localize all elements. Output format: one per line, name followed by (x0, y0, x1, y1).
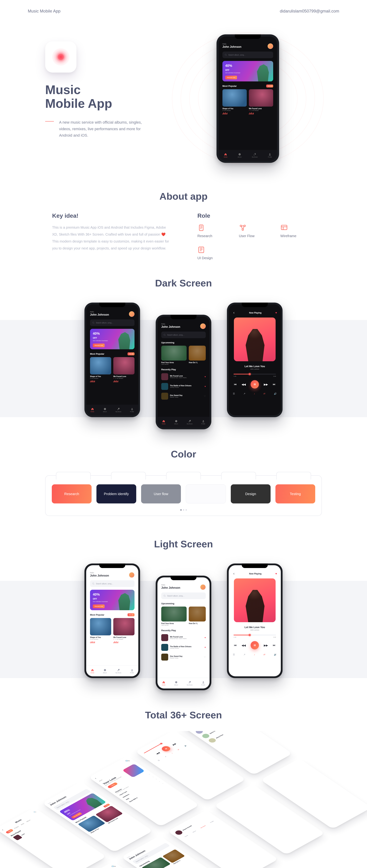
shuffle-icon[interactable]: ⇄ (263, 653, 265, 656)
queue-icon[interactable]: ☰ (233, 653, 235, 656)
promo-banner[interactable]: 40%OFF Get Unlimited Download Discover n… (90, 329, 135, 349)
play-pause-button[interactable] (160, 745, 172, 752)
promo-cta[interactable]: Discover now (225, 76, 237, 79)
tab-home[interactable]: Home (162, 681, 165, 686)
tab-my-music[interactable]: My Music (252, 153, 258, 158)
forward-icon[interactable]: ▶▶ (264, 383, 268, 386)
tab-home[interactable]: Home (90, 669, 94, 674)
search-icon[interactable]: 🔍 (124, 759, 130, 763)
tab-album[interactable]: Album (174, 420, 178, 425)
tab-home[interactable]: Home (90, 408, 94, 412)
upcoming-card[interactable]: Feel Your ArmsLiam Brown (161, 607, 187, 626)
see-all-button[interactable]: See all (128, 352, 135, 355)
tab-album[interactable]: Album (103, 669, 107, 674)
see-all-button[interactable]: See all (266, 85, 273, 88)
pill-song[interactable]: Song (5, 829, 14, 834)
search-icon[interactable]: 🔍 (111, 865, 116, 868)
tab-my-music[interactable]: My Music (187, 420, 193, 425)
popular-card[interactable]: Shape of You2.3 M Stream (90, 618, 111, 643)
recent-item[interactable]: One Sweet DayMariah Carey♡ (161, 391, 206, 401)
recent-item[interactable]: The Battle of New OrleansJohnny Horton♥ (161, 381, 206, 391)
search-input[interactable]: Search album, song… (90, 319, 135, 326)
share-icon[interactable]: ↗ (244, 392, 245, 395)
tab-album[interactable]: Album (174, 681, 178, 686)
heart-icon[interactable]: ♡ (204, 656, 206, 658)
prev-track-icon[interactable]: ⏮ (234, 383, 237, 386)
tab-home[interactable]: Home (224, 153, 227, 158)
carousel-dots (45, 509, 322, 510)
popular-card[interactable]: We Found Love♥1.7 M Stream (113, 618, 135, 643)
upcoming-card[interactable]: Feel Your ArmsLiam Brown (161, 346, 187, 365)
next-track-icon[interactable]: ⏭ (273, 644, 276, 647)
tab-profile[interactable]: Profile (130, 669, 134, 674)
tab-profile[interactable]: Profile (130, 408, 134, 412)
back-icon[interactable] (232, 311, 235, 314)
popular-card[interactable]: Shape of You 2.3 M Stream (222, 89, 247, 115)
music-icon[interactable]: ♪ (254, 392, 255, 395)
promo-banner[interactable]: 40%OFF Get Unlimited Download Discover n… (222, 61, 273, 82)
promo-banner[interactable]: 40%OFFGet Unlimited DownloadDiscover now (90, 590, 135, 610)
heart-icon[interactable]: ♥ (204, 637, 206, 639)
user-avatar[interactable] (129, 311, 135, 317)
shuffle-icon[interactable]: ⇄ (263, 392, 265, 395)
see-all-button[interactable]: See all (128, 613, 135, 616)
recent-item[interactable]: We Found LoveRihanna feat. Calvin Harris… (161, 372, 206, 381)
user-avatar[interactable] (267, 43, 273, 49)
heart-icon[interactable]: ♥ (276, 311, 277, 314)
tab-home[interactable]: Home (162, 420, 165, 425)
swatch-design: Design (231, 484, 271, 503)
svg-point-3 (270, 153, 271, 154)
tab-my-music[interactable]: My Music (116, 408, 121, 412)
share-icon[interactable]: ↗ (244, 653, 245, 656)
volume-icon[interactable]: 🔊 (274, 653, 277, 656)
recent-item[interactable]: The Battle of New OrleansJohnny Horton♥ (161, 643, 206, 652)
promo-cta[interactable]: Discover now (93, 604, 105, 608)
rewind-icon[interactable]: ◀◀ (242, 383, 246, 386)
pill-playlist[interactable]: Playlist (12, 825, 21, 830)
popular-card[interactable]: Shape of You2.3 M Stream (90, 357, 111, 382)
heart-icon[interactable]: ♥ (204, 646, 206, 649)
svg-point-12 (132, 408, 133, 409)
tab-profile[interactable]: Profile (201, 681, 205, 686)
play-pause-button[interactable] (251, 380, 259, 389)
tab-profile[interactable]: Profile (268, 153, 272, 158)
search-input[interactable]: Search album, song… (90, 580, 135, 587)
progress-bar[interactable] (233, 635, 276, 636)
music-icon[interactable]: ♪ (254, 653, 255, 656)
back-icon[interactable] (232, 572, 235, 575)
pill-album[interactable]: Album (25, 818, 32, 823)
popular-card[interactable]: We Found Love♥1.7 M Stream (113, 357, 135, 382)
prev-track-icon[interactable]: ⏮ (234, 644, 237, 647)
queue-icon[interactable]: ☰ (233, 392, 235, 395)
play-pause-button[interactable] (251, 641, 259, 649)
tab-my-music[interactable]: My Music (116, 669, 121, 674)
user-avatar[interactable] (200, 323, 206, 329)
recent-item[interactable]: One Sweet DayMariah Carey♡ (161, 652, 206, 662)
tab-album[interactable]: Album (238, 153, 242, 158)
heart-icon[interactable]: ♡ (204, 395, 206, 397)
user-avatar[interactable] (200, 584, 206, 590)
heart-icon[interactable]: ♥ (204, 385, 206, 388)
tab-profile[interactable]: Profile (201, 420, 205, 425)
search-input[interactable]: Search album, song… (161, 592, 206, 599)
progress-bar[interactable] (233, 374, 276, 374)
search-input[interactable]: Search album, song… (222, 52, 273, 58)
next-track-icon[interactable]: ⏭ (273, 383, 276, 386)
pill-artist[interactable]: Artist (19, 822, 26, 826)
rewind-icon[interactable]: ◀◀ (242, 644, 246, 647)
recent-item[interactable]: We Found LoveRihanna feat. Calvin Harris… (161, 633, 206, 643)
heart-icon[interactable]: ♥ (204, 375, 206, 378)
upcoming-card[interactable]: How Do I L (189, 607, 206, 626)
upcoming-card[interactable]: How Do I L (189, 346, 206, 365)
user-avatar[interactable] (129, 572, 135, 578)
contact-email[interactable]: didarulislam050799@gmail.com (280, 9, 339, 13)
tab-album[interactable]: Album (103, 408, 107, 412)
promo-cta[interactable]: Discover now (93, 344, 105, 347)
forward-icon[interactable]: ▶▶ (264, 644, 268, 647)
tab-my-music[interactable]: My Music (187, 681, 193, 686)
search-icon[interactable]: 🔍 (33, 811, 36, 813)
popular-card[interactable]: We Found Love ♥1.7 M Stream (249, 89, 273, 115)
heart-icon[interactable]: ♥ (276, 572, 277, 575)
volume-icon[interactable]: 🔊 (274, 392, 277, 395)
search-input[interactable]: Search album, song… (161, 332, 206, 338)
